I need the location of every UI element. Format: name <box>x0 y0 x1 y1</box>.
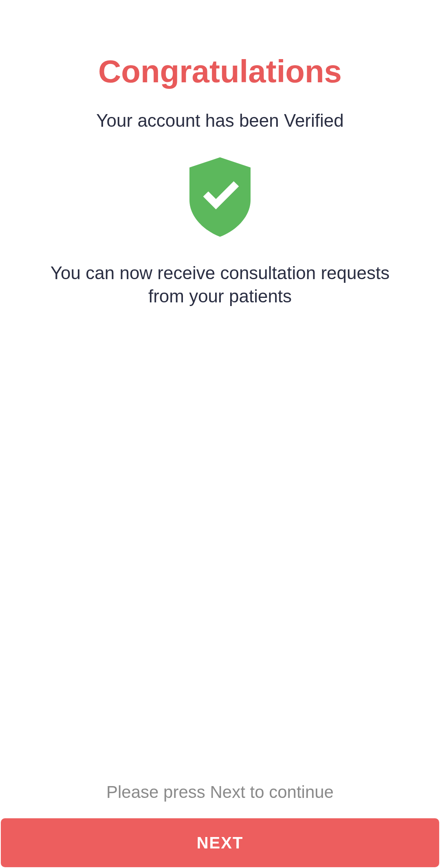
footer: Please press Next to continue NEXT <box>0 782 440 868</box>
main-content: Congratulations Your account has been Ve… <box>0 0 440 868</box>
description-text: You can now receive consultation request… <box>0 261 440 308</box>
next-button[interactable]: NEXT <box>1 818 439 867</box>
verified-subtitle: Your account has been Verified <box>96 110 344 131</box>
page-title: Congratulations <box>98 53 342 90</box>
shield-check-icon <box>183 155 257 237</box>
continue-hint: Please press Next to continue <box>106 782 334 802</box>
